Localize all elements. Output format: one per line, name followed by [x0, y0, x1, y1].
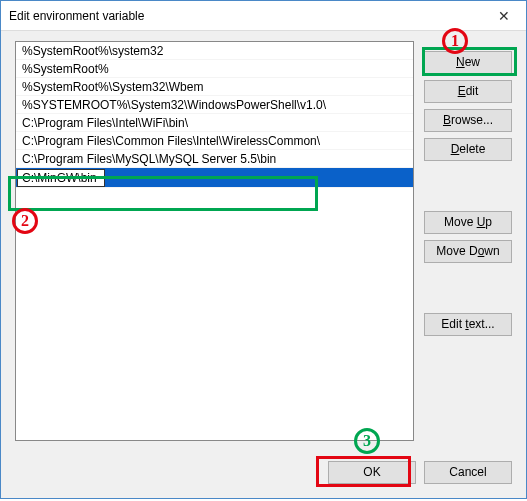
- btn-label-rest: elete: [459, 142, 485, 156]
- delete-button[interactable]: Delete: [424, 138, 512, 161]
- dialog-window: Edit environment variable ✕ %SystemRoot%…: [0, 0, 527, 499]
- move-up-button[interactable]: Move Up: [424, 211, 512, 234]
- ok-button[interactable]: OK: [328, 461, 416, 484]
- move-down-button[interactable]: Move Down: [424, 240, 512, 263]
- cancel-button[interactable]: Cancel: [424, 461, 512, 484]
- browse-button[interactable]: Browse...: [424, 109, 512, 132]
- btn-label-rest: dit: [466, 84, 479, 98]
- close-button[interactable]: ✕: [481, 1, 526, 31]
- list-item-editing[interactable]: [16, 168, 413, 188]
- spacer: [424, 167, 512, 205]
- list-item[interactable]: %SYSTEMROOT%\System32\WindowsPowerShell\…: [16, 96, 413, 114]
- list-item[interactable]: %SystemRoot%\system32: [16, 42, 413, 60]
- btn-label-rest: ext...: [469, 317, 495, 331]
- button-column: New Edit Browse... Delete Move Up Move D…: [424, 41, 512, 484]
- edit-button[interactable]: Edit: [424, 80, 512, 103]
- spacer: [424, 269, 512, 307]
- path-edit-input[interactable]: [17, 169, 105, 187]
- window-title: Edit environment variable: [1, 9, 144, 23]
- btn-label-rest: rowse...: [451, 113, 493, 127]
- dialog-content: %SystemRoot%\system32 %SystemRoot% %Syst…: [1, 31, 526, 498]
- btn-label-pre: Move D: [436, 244, 477, 258]
- btn-label-rest: ew: [465, 55, 480, 69]
- list-item[interactable]: %SystemRoot%\System32\Wbem: [16, 78, 413, 96]
- list-item[interactable]: C:\Program Files\Common Files\Intel\Wire…: [16, 132, 413, 150]
- btn-label-rest: wn: [484, 244, 499, 258]
- mnemonic: E: [458, 84, 466, 98]
- btn-label-pre: Move: [444, 215, 477, 229]
- new-button[interactable]: New: [424, 51, 512, 74]
- list-item[interactable]: C:\Program Files\Intel\WiFi\bin\: [16, 114, 413, 132]
- titlebar: Edit environment variable ✕: [1, 1, 526, 31]
- edit-text-button[interactable]: Edit text...: [424, 313, 512, 336]
- mnemonic: B: [443, 113, 451, 127]
- footer-buttons: OK Cancel: [328, 461, 512, 484]
- mnemonic: D: [451, 142, 460, 156]
- mnemonic: N: [456, 55, 465, 69]
- btn-label-pre: Edit: [441, 317, 465, 331]
- close-icon: ✕: [498, 8, 510, 24]
- btn-label-rest: p: [485, 215, 492, 229]
- list-item[interactable]: C:\Program Files\MySQL\MySQL Server 5.5\…: [16, 150, 413, 168]
- path-listbox[interactable]: %SystemRoot%\system32 %SystemRoot% %Syst…: [15, 41, 414, 441]
- list-item[interactable]: %SystemRoot%: [16, 60, 413, 78]
